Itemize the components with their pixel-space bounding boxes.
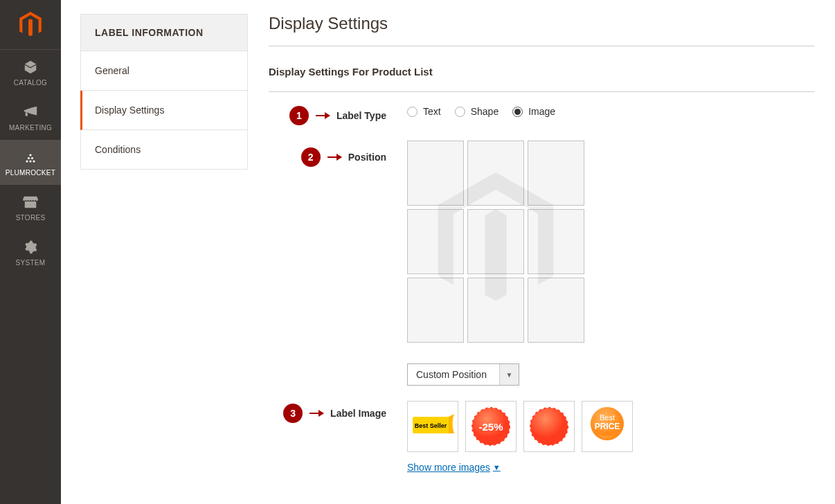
svg-text:PRICE: PRICE: [595, 422, 620, 431]
discount-circle-icon: -25%: [470, 406, 512, 447]
label-type-radios: Text Shape Image: [407, 105, 555, 117]
position-middle-center[interactable]: [467, 209, 524, 274]
arrow-right-icon: [309, 413, 323, 414]
arrow-right-icon: [316, 115, 330, 116]
sidebar-item-label: SYSTEM: [16, 259, 46, 267]
radio-icon: [407, 107, 418, 117]
position-middle-right[interactable]: [528, 209, 584, 274]
radio-text[interactable]: Text: [407, 106, 441, 117]
tabs-header: LABEL INFORMATION: [80, 14, 248, 51]
label-tile-best-price[interactable]: Best PRICE: [582, 401, 633, 452]
position-grid: [407, 141, 584, 343]
divider: [269, 46, 814, 46]
storefront-icon: [23, 195, 38, 210]
sidebar-item-label: PLUMROCKET: [6, 169, 55, 177]
field-label: Position: [348, 152, 386, 163]
magento-logo-icon: [19, 12, 42, 38]
tab-general[interactable]: General: [80, 51, 248, 91]
tab-conditions[interactable]: Conditions: [80, 130, 248, 170]
main-form: Display Settings Display Settings For Pr…: [248, 0, 835, 504]
best-seller-badge-icon: Best Seller: [411, 414, 454, 439]
label-tile-discount[interactable]: -25%: [465, 401, 517, 452]
svg-point-2: [33, 160, 35, 162]
radio-icon: [455, 107, 465, 117]
label-tile-circle[interactable]: [523, 401, 575, 452]
field-label: Label Image: [330, 408, 386, 419]
svg-point-1: [29, 160, 31, 162]
radio-image[interactable]: Image: [512, 106, 555, 117]
position-top-right[interactable]: [528, 141, 584, 206]
sidebar-item-stores[interactable]: STORES: [0, 185, 61, 230]
divider: [269, 91, 814, 92]
sidebar-item-label: MARKETING: [9, 124, 52, 132]
dropdown-label: Custom Position: [408, 364, 499, 385]
svg-point-3: [28, 157, 30, 159]
annotation-badge-1: 1: [289, 106, 309, 125]
sidebar-item-label: STORES: [16, 214, 46, 222]
svg-text:-25%: -25%: [478, 421, 503, 433]
position-bottom-center[interactable]: [467, 278, 524, 343]
svg-point-5: [29, 154, 31, 156]
sidebar-item-label: CATALOG: [14, 79, 47, 87]
field-label-image: 3 Label Image Best Seller: [269, 401, 814, 473]
label-image-tiles: Best Seller -25%: [407, 401, 633, 452]
radio-icon: [512, 107, 523, 117]
megaphone-icon: [23, 105, 38, 120]
content-area: LABEL INFORMATION General Display Settin…: [61, 0, 835, 504]
tab-display-settings[interactable]: Display Settings: [80, 91, 248, 130]
position-top-left[interactable]: [407, 141, 464, 206]
sidebar-item-marketing[interactable]: MARKETING: [0, 95, 61, 140]
custom-position-dropdown[interactable]: Custom Position ▼: [407, 363, 519, 386]
caret-down-icon: ▼: [499, 364, 519, 385]
label-tile-best-seller[interactable]: Best Seller: [407, 401, 458, 452]
label-info-tabs: LABEL INFORMATION General Display Settin…: [80, 14, 248, 504]
caret-down-icon: ▼: [493, 463, 501, 471]
svg-point-0: [26, 160, 28, 162]
position-bottom-left[interactable]: [407, 278, 464, 343]
annotation-badge-3: 3: [283, 404, 303, 423]
show-more-images-link[interactable]: Show more images ▼: [407, 462, 501, 473]
svg-marker-7: [449, 414, 454, 433]
position-middle-left[interactable]: [407, 209, 464, 274]
svg-text:Best Seller: Best Seller: [415, 422, 447, 429]
svg-text:Best: Best: [600, 413, 615, 422]
blank-circle-icon: [528, 406, 570, 447]
magento-logo[interactable]: [0, 0, 61, 50]
position-bottom-right[interactable]: [528, 278, 584, 343]
page-title: Display Settings: [269, 14, 814, 33]
plumrocket-icon: [24, 150, 37, 165]
arrow-right-icon: [327, 156, 341, 158]
annotation-badge-2: 2: [301, 147, 321, 167]
position-top-center[interactable]: [467, 141, 524, 206]
best-price-pin-icon: Best PRICE: [589, 405, 626, 448]
cube-icon: [23, 60, 38, 75]
sidebar-item-plumrocket[interactable]: PLUMROCKET: [0, 140, 61, 185]
sidebar-item-catalog[interactable]: CATALOG: [0, 50, 61, 95]
field-label-type: 1 Label Type Text Shape Image: [269, 105, 814, 125]
field-label: Label Type: [336, 110, 386, 121]
radio-shape[interactable]: Shape: [455, 106, 499, 117]
section-title: Display Settings For Product List: [269, 66, 814, 78]
sidebar-item-system[interactable]: SYSTEM: [0, 230, 61, 275]
field-position: 2 Position: [269, 141, 814, 386]
gear-icon: [24, 240, 37, 255]
svg-point-4: [31, 157, 33, 159]
admin-sidebar: CATALOG MARKETING PLUMROCKET STORES SYST…: [0, 0, 61, 504]
